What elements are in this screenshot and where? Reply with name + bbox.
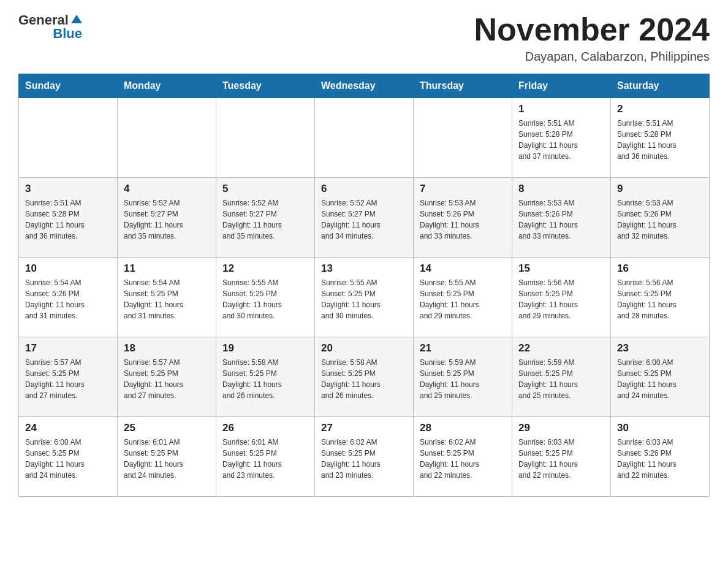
logo-blue-text: Blue — [53, 26, 82, 41]
calendar-week-row: 24Sunrise: 6:00 AMSunset: 5:25 PMDayligh… — [19, 417, 710, 497]
day-number: 4 — [124, 183, 210, 195]
calendar-cell: 30Sunrise: 6:03 AMSunset: 5:26 PMDayligh… — [611, 417, 710, 497]
calendar-cell — [315, 98, 414, 178]
calendar-cell: 2Sunrise: 5:51 AMSunset: 5:28 PMDaylight… — [611, 98, 710, 178]
day-number: 19 — [222, 342, 308, 354]
day-number: 3 — [25, 183, 111, 195]
day-number: 17 — [25, 342, 111, 354]
day-number: 26 — [222, 422, 308, 434]
day-info: Sunrise: 5:52 AMSunset: 5:27 PMDaylight:… — [222, 197, 308, 242]
day-info: Sunrise: 6:03 AMSunset: 5:25 PMDaylight:… — [518, 437, 604, 481]
calendar-week-row: 1Sunrise: 5:51 AMSunset: 5:28 PMDaylight… — [19, 98, 710, 178]
calendar-cell: 13Sunrise: 5:55 AMSunset: 5:25 PMDayligh… — [315, 258, 414, 337]
calendar-cell: 21Sunrise: 5:59 AMSunset: 5:25 PMDayligh… — [414, 337, 512, 417]
calendar-cell: 26Sunrise: 6:01 AMSunset: 5:25 PMDayligh… — [216, 417, 315, 497]
calendar-header-sunday: Sunday — [19, 74, 118, 98]
day-number: 12 — [222, 262, 308, 275]
calendar-cell: 12Sunrise: 5:55 AMSunset: 5:25 PMDayligh… — [216, 258, 315, 337]
calendar-cell: 10Sunrise: 5:54 AMSunset: 5:26 PMDayligh… — [19, 258, 118, 337]
day-info: Sunrise: 6:01 AMSunset: 5:25 PMDaylight:… — [124, 437, 210, 481]
day-info: Sunrise: 5:58 AMSunset: 5:25 PMDaylight:… — [321, 357, 407, 401]
day-number: 7 — [420, 183, 506, 195]
calendar-week-row: 10Sunrise: 5:54 AMSunset: 5:26 PMDayligh… — [19, 258, 710, 337]
calendar-cell: 24Sunrise: 6:00 AMSunset: 5:25 PMDayligh… — [19, 417, 118, 497]
day-info: Sunrise: 5:51 AMSunset: 5:28 PMDaylight:… — [518, 118, 604, 162]
day-number: 23 — [617, 342, 703, 354]
day-number: 24 — [25, 422, 111, 434]
day-number: 27 — [321, 422, 407, 434]
day-info: Sunrise: 5:55 AMSunset: 5:25 PMDaylight:… — [321, 277, 407, 321]
day-number: 25 — [124, 422, 210, 434]
calendar-cell — [118, 98, 216, 178]
day-info: Sunrise: 5:56 AMSunset: 5:25 PMDaylight:… — [518, 277, 604, 321]
day-number: 2 — [617, 103, 703, 115]
day-info: Sunrise: 6:02 AMSunset: 5:25 PMDaylight:… — [420, 437, 506, 481]
day-info: Sunrise: 5:59 AMSunset: 5:25 PMDaylight:… — [420, 357, 506, 401]
page-header: General Blue November 2024 Dayapan, Cala… — [18, 12, 710, 64]
calendar-header-thursday: Thursday — [414, 74, 512, 98]
day-info: Sunrise: 6:02 AMSunset: 5:25 PMDaylight:… — [321, 437, 407, 481]
day-number: 18 — [124, 342, 210, 354]
day-info: Sunrise: 5:51 AMSunset: 5:28 PMDaylight:… — [25, 197, 111, 242]
calendar-cell: 29Sunrise: 6:03 AMSunset: 5:25 PMDayligh… — [512, 417, 611, 497]
calendar-header-tuesday: Tuesday — [216, 74, 315, 98]
day-number: 28 — [420, 422, 506, 434]
calendar-header-saturday: Saturday — [611, 74, 710, 98]
svg-marker-0 — [71, 15, 82, 23]
day-number: 22 — [518, 342, 604, 354]
calendar-cell: 1Sunrise: 5:51 AMSunset: 5:28 PMDaylight… — [512, 98, 611, 178]
calendar-cell: 6Sunrise: 5:52 AMSunset: 5:27 PMDaylight… — [315, 178, 414, 258]
calendar-cell: 15Sunrise: 5:56 AMSunset: 5:25 PMDayligh… — [512, 258, 611, 337]
day-info: Sunrise: 5:52 AMSunset: 5:27 PMDaylight:… — [124, 197, 210, 242]
day-number: 20 — [321, 342, 407, 354]
calendar-cell: 8Sunrise: 5:53 AMSunset: 5:26 PMDaylight… — [512, 178, 611, 258]
calendar-cell: 3Sunrise: 5:51 AMSunset: 5:28 PMDaylight… — [19, 178, 118, 258]
calendar-cell: 19Sunrise: 5:58 AMSunset: 5:25 PMDayligh… — [216, 337, 315, 417]
calendar-header-wednesday: Wednesday — [315, 74, 414, 98]
calendar-cell: 20Sunrise: 5:58 AMSunset: 5:25 PMDayligh… — [315, 337, 414, 417]
day-info: Sunrise: 5:51 AMSunset: 5:28 PMDaylight:… — [617, 118, 703, 162]
calendar-week-row: 17Sunrise: 5:57 AMSunset: 5:25 PMDayligh… — [19, 337, 710, 417]
calendar-cell — [414, 98, 512, 178]
calendar-cell: 14Sunrise: 5:55 AMSunset: 5:25 PMDayligh… — [414, 258, 512, 337]
day-info: Sunrise: 5:58 AMSunset: 5:25 PMDaylight:… — [222, 357, 308, 401]
calendar-header-friday: Friday — [512, 74, 611, 98]
day-number: 29 — [518, 422, 604, 434]
day-info: Sunrise: 6:00 AMSunset: 5:25 PMDaylight:… — [25, 437, 111, 481]
day-info: Sunrise: 6:03 AMSunset: 5:26 PMDaylight:… — [617, 437, 703, 481]
day-number: 13 — [321, 262, 407, 275]
calendar-cell: 16Sunrise: 5:56 AMSunset: 5:25 PMDayligh… — [611, 258, 710, 337]
day-info: Sunrise: 5:57 AMSunset: 5:25 PMDaylight:… — [124, 357, 210, 401]
calendar-cell: 18Sunrise: 5:57 AMSunset: 5:25 PMDayligh… — [118, 337, 216, 417]
day-info: Sunrise: 5:55 AMSunset: 5:25 PMDaylight:… — [420, 277, 506, 321]
calendar-cell: 23Sunrise: 6:00 AMSunset: 5:25 PMDayligh… — [611, 337, 710, 417]
logo: General Blue — [18, 12, 82, 42]
day-info: Sunrise: 5:57 AMSunset: 5:25 PMDaylight:… — [25, 357, 111, 401]
day-info: Sunrise: 5:55 AMSunset: 5:25 PMDaylight:… — [222, 277, 308, 321]
calendar-cell: 11Sunrise: 5:54 AMSunset: 5:25 PMDayligh… — [118, 258, 216, 337]
logo-triangle-icon — [71, 13, 82, 25]
calendar-header-monday: Monday — [118, 74, 216, 98]
calendar-cell: 5Sunrise: 5:52 AMSunset: 5:27 PMDaylight… — [216, 178, 315, 258]
day-number: 15 — [518, 262, 604, 275]
calendar-cell: 27Sunrise: 6:02 AMSunset: 5:25 PMDayligh… — [315, 417, 414, 497]
calendar-week-row: 3Sunrise: 5:51 AMSunset: 5:28 PMDaylight… — [19, 178, 710, 258]
day-info: Sunrise: 5:54 AMSunset: 5:25 PMDaylight:… — [124, 277, 210, 321]
day-number: 16 — [617, 262, 703, 275]
calendar-cell: 25Sunrise: 6:01 AMSunset: 5:25 PMDayligh… — [118, 417, 216, 497]
day-number: 11 — [124, 262, 210, 275]
day-number: 9 — [617, 183, 703, 195]
day-number: 8 — [518, 183, 604, 195]
day-info: Sunrise: 6:01 AMSunset: 5:25 PMDaylight:… — [222, 437, 308, 481]
calendar-cell — [19, 98, 118, 178]
calendar-cell: 7Sunrise: 5:53 AMSunset: 5:26 PMDaylight… — [414, 178, 512, 258]
day-number: 5 — [222, 183, 308, 195]
logo-icon: General Blue — [18, 12, 82, 42]
day-info: Sunrise: 5:53 AMSunset: 5:26 PMDaylight:… — [518, 197, 604, 242]
calendar-cell: 17Sunrise: 5:57 AMSunset: 5:25 PMDayligh… — [19, 337, 118, 417]
calendar-cell: 4Sunrise: 5:52 AMSunset: 5:27 PMDaylight… — [118, 178, 216, 258]
day-info: Sunrise: 5:54 AMSunset: 5:26 PMDaylight:… — [25, 277, 111, 321]
month-title: November 2024 — [474, 12, 710, 47]
day-number: 30 — [617, 422, 703, 434]
location-subtitle: Dayapan, Calabarzon, Philippines — [474, 50, 710, 64]
